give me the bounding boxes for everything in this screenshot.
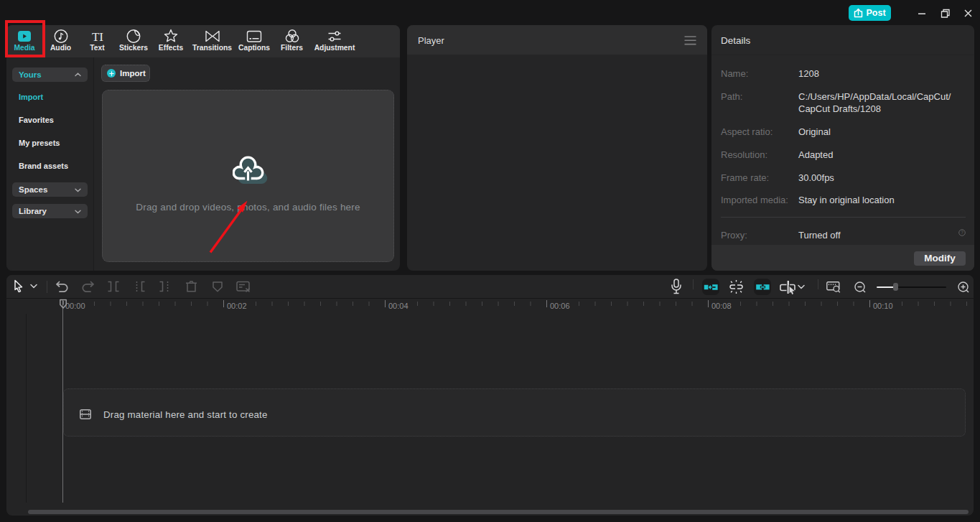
svg-text:00:04: 00:04 bbox=[388, 302, 409, 310]
svg-text:?: ? bbox=[961, 230, 963, 235]
svg-text:00:00: 00:00 bbox=[65, 302, 85, 310]
svg-text:00:10: 00:10 bbox=[873, 302, 893, 310]
svg-text:TI: TI bbox=[91, 30, 103, 44]
svg-text:00:06: 00:06 bbox=[550, 302, 570, 310]
svg-text:00:08: 00:08 bbox=[711, 302, 732, 310]
svg-text:00:02: 00:02 bbox=[227, 302, 247, 310]
